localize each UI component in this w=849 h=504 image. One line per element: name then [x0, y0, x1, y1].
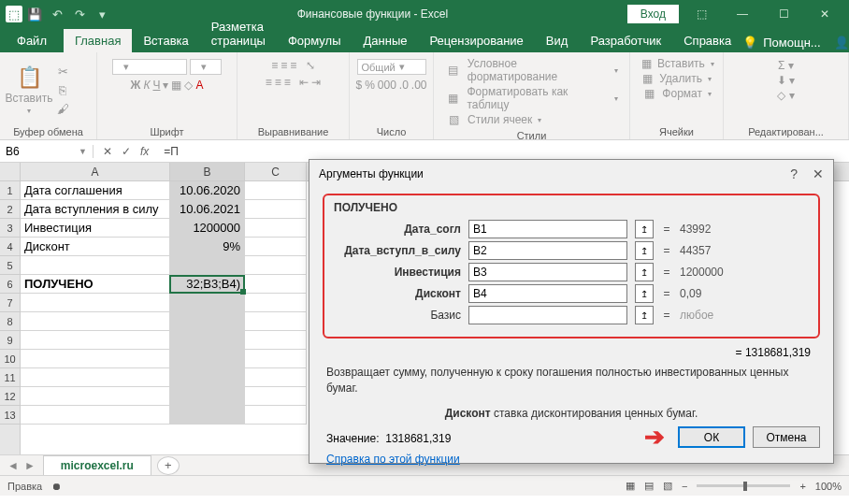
- undo-icon[interactable]: ↶: [47, 4, 67, 24]
- add-sheet-button[interactable]: +: [157, 456, 180, 475]
- cell[interactable]: [245, 331, 307, 350]
- sheet-tab[interactable]: microexcel.ru: [43, 455, 151, 475]
- cell[interactable]: [245, 238, 307, 256]
- range-select-icon[interactable]: ↥: [635, 241, 654, 260]
- range-select-icon[interactable]: ↥: [635, 306, 654, 324]
- view-layout-icon[interactable]: ▤: [644, 480, 654, 492]
- number-format[interactable]: Общий▾: [357, 59, 426, 75]
- align-right-icon[interactable]: ≡: [284, 76, 291, 89]
- align-bot-icon[interactable]: ≡: [290, 59, 296, 72]
- tab-layout[interactable]: Разметка страницы: [200, 15, 277, 52]
- font-name[interactable]: ▾: [112, 59, 187, 75]
- italic-button[interactable]: К: [143, 79, 150, 92]
- cell[interactable]: [245, 368, 307, 387]
- macro-record-icon[interactable]: ⏺: [51, 481, 62, 492]
- cut-icon[interactable]: ✂: [52, 63, 73, 79]
- cell[interactable]: [170, 331, 245, 350]
- autosum-icon[interactable]: Σ ▾: [778, 59, 794, 72]
- bold-button[interactable]: Ж: [131, 79, 141, 92]
- cell[interactable]: [170, 368, 245, 387]
- close-icon[interactable]: ✕: [806, 0, 843, 28]
- cell[interactable]: [21, 331, 170, 350]
- font-color-icon[interactable]: A: [195, 79, 203, 92]
- align-center-icon[interactable]: ≡: [275, 76, 281, 89]
- tab-home[interactable]: Главная: [64, 29, 132, 52]
- view-break-icon[interactable]: ▧: [663, 480, 672, 492]
- row-header[interactable]: 6: [0, 275, 20, 294]
- border-icon[interactable]: ▦: [171, 79, 181, 92]
- cell[interactable]: [245, 294, 307, 312]
- copy-icon[interactable]: ⎘: [52, 81, 73, 98]
- sheet-next-icon[interactable]: ►: [24, 459, 36, 472]
- arg-input[interactable]: B3: [468, 263, 627, 281]
- row-header[interactable]: 2: [0, 200, 20, 219]
- cell[interactable]: [21, 312, 170, 331]
- select-all-corner[interactable]: [0, 163, 20, 181]
- enter-formula-icon[interactable]: ✓: [122, 145, 131, 158]
- zoom-out-icon[interactable]: −: [682, 481, 687, 492]
- ribbon-options-icon[interactable]: ⬚: [683, 0, 720, 28]
- cell[interactable]: [21, 387, 170, 406]
- range-select-icon[interactable]: ↥: [635, 284, 654, 303]
- cell[interactable]: [245, 406, 307, 425]
- row-header[interactable]: 3: [0, 219, 20, 238]
- autosave-icon[interactable]: ⬚: [6, 6, 22, 22]
- cancel-formula-icon[interactable]: ✕: [103, 145, 112, 158]
- cell[interactable]: [170, 406, 245, 425]
- format-as-table[interactable]: ▦Форматировать как таблицу▾: [445, 85, 618, 111]
- indent-dec-icon[interactable]: ⇤: [299, 76, 309, 89]
- format-painter-icon[interactable]: 🖌: [52, 100, 73, 117]
- function-help-link[interactable]: Справка по этой функции: [326, 453, 460, 466]
- save-icon[interactable]: 💾: [24, 4, 45, 24]
- tab-insert[interactable]: Вставка: [132, 29, 199, 52]
- fill-color-icon[interactable]: ◇: [184, 79, 193, 92]
- cell[interactable]: [245, 200, 307, 219]
- cell[interactable]: Инвестиция: [21, 219, 170, 238]
- cell[interactable]: [21, 256, 170, 275]
- col-header[interactable]: C: [245, 163, 307, 180]
- dialog-close-icon[interactable]: ✕: [813, 166, 824, 181]
- row-header[interactable]: 8: [0, 312, 20, 331]
- zoom-level[interactable]: 100%: [815, 481, 842, 492]
- redo-icon[interactable]: ↷: [69, 4, 90, 24]
- formula-input[interactable]: =П: [158, 145, 179, 158]
- zoom-in-icon[interactable]: +: [799, 481, 805, 492]
- name-box[interactable]: B6▼: [0, 145, 94, 158]
- font-size[interactable]: ▾: [190, 59, 222, 75]
- arg-input[interactable]: [468, 306, 627, 324]
- row-header[interactable]: 9: [0, 331, 20, 350]
- insert-cells[interactable]: ▦Вставить▾: [641, 57, 712, 70]
- indent-inc-icon[interactable]: ⇥: [311, 76, 321, 89]
- cell[interactable]: [245, 350, 307, 368]
- row-header[interactable]: 4: [0, 238, 20, 256]
- cell[interactable]: [170, 387, 245, 406]
- arg-input[interactable]: B4: [468, 284, 627, 303]
- row-header[interactable]: 7: [0, 294, 20, 312]
- cell[interactable]: Дата соглашения: [21, 181, 170, 200]
- cell[interactable]: 32;B3;B4): [170, 275, 245, 294]
- row-header[interactable]: 10: [0, 350, 20, 368]
- fx-icon[interactable]: fx: [140, 145, 149, 158]
- arg-input[interactable]: B1: [468, 220, 627, 238]
- cell[interactable]: [245, 387, 307, 406]
- align-left-icon[interactable]: ≡: [266, 76, 272, 89]
- row-header[interactable]: 13: [0, 406, 20, 425]
- row-header[interactable]: 11: [0, 368, 20, 387]
- cell[interactable]: [21, 294, 170, 312]
- dialog-titlebar[interactable]: Аргументы функции ? ✕: [309, 160, 833, 188]
- view-normal-icon[interactable]: ▦: [626, 480, 635, 492]
- cell[interactable]: 1200000: [170, 219, 245, 238]
- tab-developer[interactable]: Разработчик: [579, 29, 672, 52]
- cell[interactable]: [245, 256, 307, 275]
- col-header[interactable]: A: [21, 163, 170, 180]
- fill-icon[interactable]: ⬇ ▾: [777, 74, 795, 87]
- tab-formulas[interactable]: Формулы: [277, 29, 353, 52]
- align-top-icon[interactable]: ≡: [271, 59, 278, 72]
- cell[interactable]: [170, 256, 245, 275]
- paste-button[interactable]: 📋 Вставить ▾: [6, 65, 52, 115]
- share-button[interactable]: 👤 Поделиться: [827, 33, 849, 52]
- sheet-prev-icon[interactable]: ◄: [7, 459, 19, 472]
- row-header[interactable]: 1: [0, 181, 20, 200]
- login-button[interactable]: Вход: [627, 5, 679, 23]
- minimize-icon[interactable]: —: [724, 0, 761, 28]
